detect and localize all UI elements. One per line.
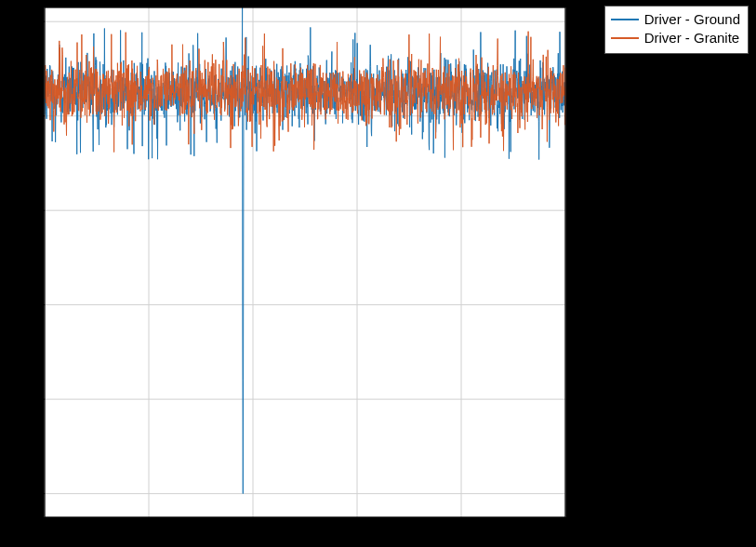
chart-svg: 0200040006000800010000-0.8-0.6-0.4-0.20.… [0,0,756,547]
svg-text:-0.8: -0.8 [17,487,37,500]
legend-item: Driver - Ground [611,10,740,29]
legend-swatch-icon [611,19,639,20]
svg-text:4000: 4000 [240,525,267,539]
svg-text:0.0: 0.0 [20,109,37,123]
svg-text:10000: 10000 [549,525,582,539]
legend-swatch-icon [611,37,639,39]
legend-item: Driver - Granite [611,29,740,47]
legend-label: Driver - Granite [644,29,740,47]
svg-text:6000: 6000 [344,525,371,539]
svg-text:0.2: 0.2 [20,14,37,28]
svg-text:-0.6: -0.6 [17,392,37,406]
svg-text:8000: 8000 [448,525,475,539]
legend: Driver - Ground Driver - Granite [604,6,749,54]
svg-text:0: 0 [41,525,47,539]
svg-text:-0.2: -0.2 [17,203,37,217]
legend-label: Driver - Ground [644,10,740,29]
svg-text:-0.4: -0.4 [17,298,37,312]
chart-container: 0200040006000800010000-0.8-0.6-0.4-0.20.… [0,0,756,547]
svg-text:2000: 2000 [136,525,163,539]
